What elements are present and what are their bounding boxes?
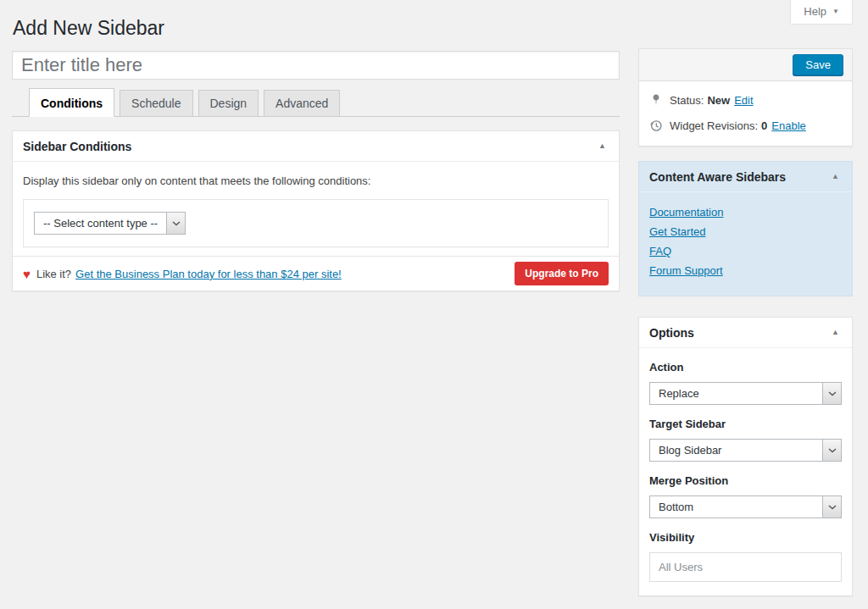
enable-revisions-link[interactable]: Enable <box>771 119 805 132</box>
support-links: Documentation Get Started FAQ Forum Supp… <box>639 192 852 296</box>
widget-revisions-label: Widget Revisions: <box>670 119 758 132</box>
heart-icon: ♥ <box>23 268 31 280</box>
save-metabox: Save Status: New Edit Widget Revisions: … <box>638 48 853 147</box>
support-metabox-header: Content Aware Sidebars ▲ <box>639 162 852 192</box>
collapse-toggle-icon[interactable]: ▲ <box>596 140 609 152</box>
options-metabox-body: Action Replace Target Sidebar Blog Sideb… <box>639 361 852 595</box>
conditions-footer: ♥ Like it? Get the Business Plan today f… <box>13 256 619 291</box>
merge-position-select-value: Bottom <box>650 496 822 518</box>
status-label: Status: <box>670 94 704 107</box>
faq-link[interactable]: FAQ <box>649 245 842 257</box>
main-column: Conditions Schedule Design Advanced Side… <box>12 51 620 291</box>
upgrade-to-pro-button[interactable]: Upgrade to Pro <box>515 262 609 285</box>
save-metabox-body: Status: New Edit Widget Revisions: 0 Ena… <box>639 81 852 146</box>
action-label: Action <box>649 361 842 374</box>
help-dropdown[interactable]: Help ▼ <box>790 0 853 25</box>
options-metabox-header: Options ▲ <box>639 318 852 348</box>
sidebar-conditions-panel: Sidebar Conditions ▲ Display this sideba… <box>12 130 620 291</box>
action-select[interactable]: Replace <box>649 382 842 405</box>
forum-support-link[interactable]: Forum Support <box>649 264 842 277</box>
sidebar-title-input[interactable] <box>12 51 620 80</box>
conditions-description: Display this sidebar only on content tha… <box>23 174 609 187</box>
revisions-clock-icon <box>649 119 663 132</box>
merge-position-label: Merge Position <box>649 474 842 487</box>
visibility-label: Visibility <box>649 531 842 544</box>
support-metabox: Content Aware Sidebars ▲ Documentation G… <box>638 161 853 296</box>
chevron-down-icon <box>822 440 841 461</box>
support-metabox-title: Content Aware Sidebars <box>649 170 786 184</box>
target-sidebar-select[interactable]: Blog Sidebar <box>649 439 842 462</box>
chevron-down-icon <box>166 213 185 234</box>
collapse-toggle-icon[interactable]: ▲ <box>829 326 842 339</box>
documentation-link[interactable]: Documentation <box>649 206 842 219</box>
pin-icon <box>649 93 663 107</box>
tab-design[interactable]: Design <box>198 90 259 117</box>
chevron-down-icon: ▼ <box>832 8 839 15</box>
chevron-down-icon <box>822 383 841 404</box>
tab-bar: Conditions Schedule Design Advanced <box>12 86 620 117</box>
sidebar-conditions-body: Display this sidebar only on content tha… <box>13 162 619 256</box>
content-type-select[interactable]: -- Select content type -- <box>34 212 186 235</box>
target-sidebar-label: Target Sidebar <box>649 418 842 430</box>
widget-revisions-value: 0 <box>761 119 767 132</box>
tab-conditions[interactable]: Conditions <box>29 88 114 117</box>
save-metabox-actions: Save <box>639 49 852 81</box>
sidebar-conditions-title: Sidebar Conditions <box>23 140 131 153</box>
edit-status-link[interactable]: Edit <box>734 94 753 107</box>
options-metabox: Options ▲ Action Replace Target Sidebar … <box>638 317 853 596</box>
content-type-select-value: -- Select content type -- <box>35 213 166 234</box>
tab-schedule[interactable]: Schedule <box>120 90 192 117</box>
save-button[interactable]: Save <box>793 54 843 75</box>
options-metabox-title: Options <box>649 326 694 340</box>
side-column: Save Status: New Edit Widget Revisions: … <box>638 48 853 596</box>
visibility-input[interactable]: All Users <box>649 552 842 582</box>
page-title: Add New Sidebar <box>13 16 164 42</box>
target-sidebar-select-value: Blog Sidebar <box>650 440 822 461</box>
get-started-link[interactable]: Get Started <box>649 225 842 238</box>
chevron-down-icon <box>822 496 841 518</box>
status-value: New <box>707 94 730 107</box>
widget-revisions-row: Widget Revisions: 0 Enable <box>649 119 842 132</box>
like-it-text: Like it? <box>36 268 71 280</box>
collapse-toggle-icon[interactable]: ▲ <box>829 170 842 183</box>
status-row: Status: New Edit <box>649 93 842 107</box>
tab-advanced[interactable]: Advanced <box>264 90 340 117</box>
merge-position-select[interactable]: Bottom <box>649 496 842 518</box>
action-select-value: Replace <box>650 383 822 404</box>
help-label: Help <box>804 5 826 18</box>
condition-group-box: -- Select content type -- <box>23 199 609 247</box>
sidebar-conditions-header: Sidebar Conditions ▲ <box>13 131 619 162</box>
business-plan-link[interactable]: Get the Business Plan today for less tha… <box>75 268 342 280</box>
